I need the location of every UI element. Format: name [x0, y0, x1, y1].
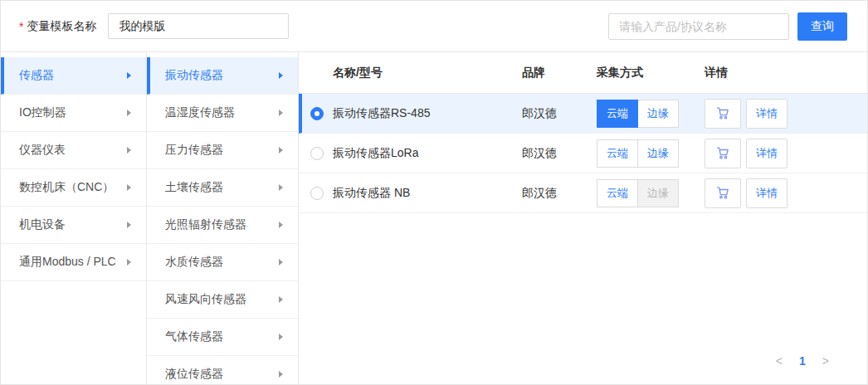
- subcategory-item-pressure[interactable]: 压力传感器: [147, 132, 298, 169]
- product-table: 名称/型号 品牌 采集方式 详情 振动传感器RS-485 郎汉德 云端 边缘: [299, 52, 867, 384]
- category-menu: 传感器 IO控制器 仪器仪表 数控机床（CNC） 机电设备 通用Modbus /…: [1, 52, 147, 384]
- subcategory-item-wind[interactable]: 风速风向传感器: [147, 281, 298, 319]
- cloud-mode-button[interactable]: 云端: [597, 179, 638, 207]
- chevron-right-icon: [127, 259, 131, 266]
- product-brand: 郎汉德: [522, 146, 597, 161]
- category-item-instrument[interactable]: 仪器仪表: [1, 132, 146, 169]
- required-asterisk: *: [19, 20, 23, 33]
- search-input[interactable]: [608, 13, 789, 40]
- collect-mode-group: 云端 边缘: [597, 139, 679, 168]
- chevron-right-icon: [279, 110, 283, 116]
- subcategory-item-label: 温湿度传感器: [165, 105, 279, 120]
- category-item-modbus-plc[interactable]: 通用Modbus / PLC: [1, 244, 146, 281]
- cloud-mode-button[interactable]: 云端: [597, 139, 638, 168]
- category-item-label: 仪器仪表: [19, 143, 127, 158]
- cart-icon: [714, 145, 731, 161]
- edge-mode-button[interactable]: 边缘: [637, 100, 679, 128]
- chevron-right-icon: [127, 72, 131, 79]
- chevron-right-icon: [279, 259, 283, 266]
- chevron-right-icon: [127, 222, 131, 228]
- chevron-right-icon: [127, 147, 131, 154]
- subcategory-item-label: 压力传感器: [165, 143, 279, 158]
- subcategory-item-water-quality[interactable]: 水质传感器: [147, 244, 298, 281]
- template-name-input[interactable]: [108, 13, 289, 39]
- collect-mode-group: 云端 边缘: [597, 100, 679, 128]
- category-item-electromechanical[interactable]: 机电设备: [1, 207, 146, 244]
- subcategory-item-soil[interactable]: 土壤传感器: [147, 169, 298, 207]
- detail-button[interactable]: 详情: [746, 99, 788, 129]
- cart-button[interactable]: [705, 178, 741, 208]
- category-item-cnc[interactable]: 数控机床（CNC）: [1, 169, 146, 207]
- table-header-row: 名称/型号 品牌 采集方式 详情: [299, 52, 867, 94]
- cart-icon: [714, 185, 731, 201]
- chevron-right-icon: [279, 222, 283, 228]
- product-name: 振动传感器RS-485: [333, 106, 522, 121]
- header-brand: 品牌: [522, 66, 597, 80]
- product-brand: 郎汉德: [522, 106, 597, 121]
- chevron-right-icon: [127, 184, 131, 191]
- chevron-right-icon: [279, 296, 283, 303]
- category-item-label: IO控制器: [19, 105, 127, 120]
- category-item-sensor[interactable]: 传感器: [1, 57, 146, 95]
- search-button[interactable]: 查询: [797, 12, 847, 41]
- category-item-label: 机电设备: [19, 217, 127, 232]
- collect-mode-group: 云端 边缘: [597, 179, 679, 207]
- pagination-page-1[interactable]: 1: [799, 354, 806, 368]
- pagination-next-icon[interactable]: >: [822, 354, 829, 368]
- subcategory-item-label: 液位传感器: [165, 367, 279, 382]
- pagination: < 1 >: [299, 354, 867, 384]
- table-row[interactable]: 振动传感器LoRa 郎汉德 云端 边缘: [299, 134, 867, 173]
- subcategory-item-label: 振动传感器: [165, 68, 279, 83]
- subcategory-menu: 振动传感器 温湿度传感器 压力传感器 土壤传感器 光照辐射传感器 水质传感器: [147, 52, 299, 384]
- table-row[interactable]: 振动传感器RS-485 郎汉德 云端 边缘: [299, 94, 867, 134]
- header-method: 采集方式: [597, 66, 705, 80]
- chevron-right-icon: [279, 147, 283, 154]
- chevron-right-icon: [279, 184, 283, 191]
- subcategory-item-gas[interactable]: 气体传感器: [147, 319, 298, 356]
- subcategory-item-label: 水质传感器: [165, 255, 279, 270]
- detail-button[interactable]: 详情: [746, 139, 788, 168]
- category-item-label: 传感器: [19, 68, 127, 83]
- edge-mode-button[interactable]: 边缘: [637, 139, 679, 168]
- product-name: 振动传感器 NB: [333, 186, 522, 201]
- chevron-right-icon: [279, 72, 283, 79]
- subcategory-item-label: 土壤传感器: [165, 180, 279, 195]
- product-brand: 郎汉德: [522, 186, 597, 201]
- header-detail: 详情: [705, 66, 867, 80]
- cart-button[interactable]: [705, 99, 741, 129]
- cloud-mode-button[interactable]: 云端: [597, 100, 638, 128]
- header-name: 名称/型号: [333, 66, 522, 80]
- chevron-right-icon: [127, 110, 131, 116]
- subcategory-item-light-radiation[interactable]: 光照辐射传感器: [147, 207, 298, 244]
- chevron-right-icon: [279, 334, 283, 340]
- detail-button[interactable]: 详情: [746, 178, 788, 208]
- category-item-label: 数控机床（CNC）: [19, 180, 127, 195]
- template-name-label: 变量模板名称: [27, 19, 96, 34]
- pagination-prev-icon[interactable]: <: [776, 354, 783, 368]
- radio-button[interactable]: [310, 187, 324, 200]
- content-body: 传感器 IO控制器 仪器仪表 数控机床（CNC） 机电设备 通用Modbus /…: [1, 52, 867, 384]
- cart-icon: [714, 105, 731, 121]
- chevron-right-icon: [279, 371, 283, 378]
- cart-button[interactable]: [705, 139, 741, 168]
- radio-button[interactable]: [310, 107, 324, 120]
- subcategory-item-vibration[interactable]: 振动传感器: [147, 57, 298, 95]
- device-template-picker: * 变量模板名称 查询 传感器 IO控制器 仪器仪表 数控机床（CNC）: [0, 0, 868, 385]
- subcategory-item-label: 光照辐射传感器: [165, 217, 279, 232]
- table-row[interactable]: 振动传感器 NB 郎汉德 云端 边缘: [299, 173, 867, 213]
- topbar: * 变量模板名称 查询: [1, 1, 867, 52]
- subcategory-item-label: 风速风向传感器: [165, 292, 279, 307]
- subcategory-item-temp-humidity[interactable]: 温湿度传感器: [147, 95, 298, 132]
- category-item-io-controller[interactable]: IO控制器: [1, 95, 146, 132]
- radio-button[interactable]: [310, 147, 324, 160]
- subcategory-item-liquid-level[interactable]: 液位传感器: [147, 356, 298, 384]
- product-name: 振动传感器LoRa: [333, 146, 522, 161]
- category-item-label: 通用Modbus / PLC: [19, 255, 127, 270]
- edge-mode-button: 边缘: [637, 179, 679, 207]
- subcategory-item-label: 气体传感器: [165, 329, 279, 344]
